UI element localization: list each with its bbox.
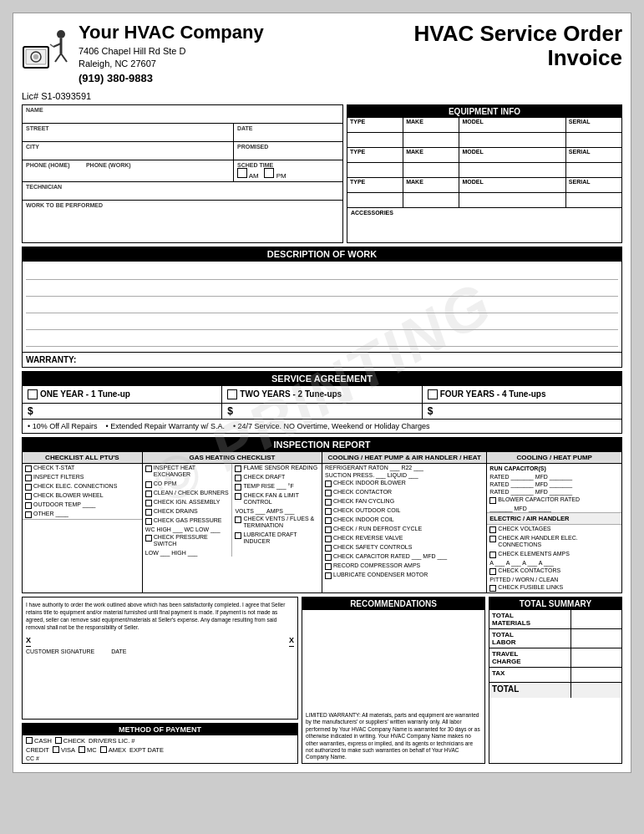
sa-checkbox-2[interactable] [227,389,237,399]
gas-lubricate: LUBRICATE DRAFT INDUCER [232,531,322,547]
phone: (919) 380-9883 [79,71,264,86]
total-row: TOTAL [489,683,621,698]
cool-safety: CHECK SAFETY CONTROLS [322,543,486,552]
insp-col-1: CHECKLIST ALL PTU'S CHECK T-STAT INSPECT… [23,452,143,592]
check-checkbox[interactable] [55,737,62,744]
desc-line-3 [26,298,618,313]
auth-text: I have authority to order the work outli… [26,601,294,631]
blower-cap-rated: BLOWER CAPACITOR RATED [487,496,621,505]
pay-drivers: DRIVERS LIC. # [89,737,134,745]
sa-checkbox-1[interactable] [28,389,38,399]
labor-value [571,629,621,648]
bottom-section: I have authority to order the work outli… [22,597,622,764]
travel-value [571,648,621,667]
insp-item-filters: INSPECT FILTERS [23,473,142,482]
cool-condenser: LUBRICATE CONDENSER MOTOR [322,571,486,580]
svg-point-4 [33,54,38,59]
tax-row: TAX [489,668,621,683]
date-field: DATE [234,124,342,141]
visa-checkbox[interactable] [53,746,59,753]
gas-flame: FLAME SENSOR READING [232,464,322,473]
sa-checkbox-3[interactable] [428,389,438,399]
cool-refrig: REFRIGERANT RATON ___ R22 ___ [322,464,486,471]
work-field: WORK TO BE PERFORMED [23,201,342,242]
pay-credit: CREDIT [26,746,49,754]
electric-air-handler-header: ELECTRIC / AIR HANDLER [487,512,621,525]
recommendations-section: RECOMMENDATIONS LIMITED WARRANTY: All ma… [302,597,485,764]
equip-col-headers-3: TYPE MAKE MODEL SERIAL [347,178,621,193]
insp-item-outdoor-temp: OUTDOOR TEMP ____ [23,501,142,510]
materials-row: TOTAL MATERIALS [489,610,621,629]
invoice-title: HVAC Service Order Invoice [413,22,622,69]
sig-x1: X [26,636,31,647]
auth-section: I have authority to order the work outli… [22,597,298,764]
cool-suction: SUCTION PRESS. ___ LIQUID ___ [322,471,486,479]
header-left: Your HVAC Company 7406 Chapel Hill Rd St… [22,22,264,86]
desc-line-1 [26,265,618,280]
auth-text-box: I have authority to order the work outli… [22,597,298,720]
checkbox-outdoor-temp[interactable] [25,502,32,509]
pay-check: CHECK [55,737,85,745]
benefit-3: • 24/7 Service. NO Overtime, Weekend or … [233,422,430,430]
desc-line-2 [26,282,618,297]
amex-checkbox[interactable] [100,746,107,753]
gas-temp-rise: TEMP RISE ___ °F [232,482,322,491]
run-cap-mfd: RATED _______ MFD _______ [487,481,621,488]
inspection-header: INSPECTION REPORT [22,437,622,452]
checkbox-other[interactable] [25,511,32,518]
elec-pitted: PITTED / WORN / CLEAN [487,576,621,583]
address-line1: 7406 Chapel Hill Rd Ste D [79,45,264,58]
gas-volts-amps: VOLTS ___ AMPS ___ [232,507,322,515]
cool-outdoor-coil: CHECK OUTDOOR COIL [322,506,486,516]
pay-cc: CC # [26,755,294,761]
header: Your HVAC Company 7406 Chapel Hill Rd St… [22,22,622,86]
desc-line-5 [26,332,618,347]
name-field: NAME [23,105,342,124]
header-right: HVAC Service Order Invoice [413,22,622,69]
insp-item-other: OTHER ____ [23,510,142,519]
gas-col-left: INSPECT HEAT EXCHANGER CO PPM CLEAN / CH… [143,464,233,557]
labor-row: TOTAL LABOR [489,629,621,648]
technician-field: TECHNICIAN [23,182,342,201]
cool-reverse-valve: CHECK REVERSE VALVE [322,534,486,543]
gas-pressure-switch: CHECK PRESSURE SWITCH [143,533,232,549]
elec-ah-conn: CHECK AIR HANDLER ELEC. CONNECTIONS [487,534,621,550]
insp-col4-header: COOLING / HEAT PUMP [487,452,621,464]
gas-burners: CLEAN / CHECK BURNERS [143,489,232,498]
pay-row-2: CREDIT VISA MC AMEX [26,746,294,754]
cool-indoor-blower: CHECK INDOOR BLOWER [322,479,486,488]
run-cap-label: RUN CAPACITOR(S) [487,464,621,473]
insp-col3-header: COOLING / HEAT PUMP & AIR HANDLER / HEAT [322,452,486,464]
insp-col-2: GAS HEATING CHECKLIST INSPECT HEAT EXCHA… [143,452,322,592]
gas-two-col: INSPECT HEAT EXCHANGER CO PPM CLEAN / CH… [143,464,322,557]
checkbox-blower[interactable] [25,493,32,500]
gas-co-ppm: CO PPM [143,480,232,489]
gas-low-high: LOW ___ HIGH ___ [143,549,232,557]
mc-checkbox[interactable] [79,746,85,753]
inspection-cols: CHECKLIST ALL PTU'S CHECK T-STAT INSPECT… [23,452,621,592]
elec-contactors: CHECK CONTACTORS [487,567,621,576]
cool-indoor-coil: CHECK INDOOR COIL [322,516,486,525]
cash-checkbox[interactable] [26,737,33,744]
benefit-1: • 10% Off All Repairs [28,422,98,430]
checkbox-filters[interactable] [25,475,32,481]
checkbox-elec-conn[interactable] [25,484,32,491]
cool-comp-amps: RECORD COMPRESSOR AMPS [322,562,486,571]
phone-home-field: PHONE (HOME) PHONE (WORK) [23,160,234,181]
sa-prices: $ $ $ [23,404,621,420]
materials-value [571,610,621,628]
payment-section: METHOD OF PAYMENT CASH CHECK DRIVERS LIC… [22,723,298,764]
payment-header: METHOD OF PAYMENT [23,724,297,735]
insp-col-3: COOLING / HEAT PUMP & AIR HANDLER / HEAT… [322,452,487,592]
insp-item-elec-conn: CHECK ELEC. CONNECTIONS [23,482,142,491]
pay-row-1: CASH CHECK DRIVERS LIC. # [26,737,294,745]
insp-col2-header: GAS HEATING CHECKLIST [143,452,322,464]
cool-defrost: CHECK / RUN DEFROST CYCLE [322,525,486,534]
equipment-header: EQUIPMENT INFO [347,105,621,118]
warranty-disclaimer: LIMITED WARRANTY: All materials, parts a… [302,710,484,763]
checkbox-tstat[interactable] [25,465,32,472]
sa-option-1: ONE YEAR - 1 Tune-up [23,386,222,403]
insp-col1-header: CHECKLIST ALL PTU'S [23,452,142,464]
equip-row-2 [347,163,621,178]
cool-contactor: CHECK CONTACTOR [322,488,486,497]
